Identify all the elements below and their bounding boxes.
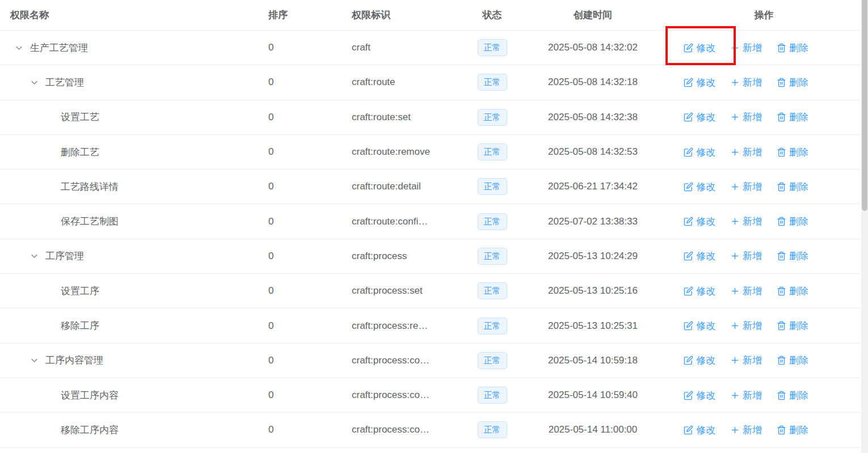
- tree-indent: [14, 395, 45, 396]
- add-button[interactable]: 新增: [730, 76, 762, 89]
- edit-button[interactable]: 修改: [684, 41, 715, 54]
- plus-icon: [730, 321, 740, 331]
- edit-button-label: 修改: [696, 354, 715, 367]
- delete-button[interactable]: 删除: [777, 111, 808, 124]
- trash-icon: [777, 217, 786, 226]
- add-button-label: 新增: [743, 249, 762, 263]
- chevron-down-icon[interactable]: [30, 78, 39, 87]
- trash-icon: [777, 43, 786, 53]
- edit-button[interactable]: 修改: [684, 180, 715, 193]
- table-row: 设置工序 0 craft:process:set 正常 2025-05-13 1…: [0, 274, 861, 308]
- vertical-scrollbar[interactable]: [861, 0, 868, 453]
- tree-indent: [14, 325, 45, 326]
- sort-value: 0: [258, 390, 340, 401]
- permission-key: craft:process:re…: [340, 320, 465, 332]
- edit-button-label: 修改: [696, 249, 715, 263]
- add-button[interactable]: 新增: [730, 111, 762, 124]
- delete-button[interactable]: 删除: [777, 76, 808, 89]
- sort-value: 0: [258, 181, 340, 192]
- add-button-label: 新增: [743, 146, 762, 159]
- column-header-create-time: 创建时间: [519, 9, 667, 22]
- delete-button[interactable]: 删除: [777, 354, 808, 367]
- add-button[interactable]: 新增: [730, 389, 762, 402]
- status-badge: 正常: [478, 39, 507, 56]
- add-button-label: 新增: [743, 319, 762, 332]
- add-button[interactable]: 新增: [730, 424, 762, 437]
- tree-indent: [14, 360, 30, 361]
- edit-button[interactable]: 修改: [684, 319, 715, 332]
- edit-button[interactable]: 修改: [684, 76, 715, 89]
- edit-button-label: 修改: [696, 180, 715, 193]
- edit-button[interactable]: 修改: [684, 146, 715, 159]
- chevron-down-icon[interactable]: [14, 43, 23, 52]
- table-row: 设置工序内容 0 craft:process:co… 正常 2025-05-14…: [0, 378, 861, 413]
- add-button-label: 新增: [743, 424, 762, 437]
- plus-icon: [730, 425, 740, 435]
- delete-button[interactable]: 删除: [777, 285, 808, 298]
- status-badge: 正常: [478, 74, 507, 91]
- edit-icon: [684, 112, 693, 122]
- plus-icon: [730, 147, 740, 157]
- permission-name: 删除工艺: [61, 146, 99, 159]
- create-time: 2025-05-14 11:00:00: [519, 424, 667, 435]
- delete-button[interactable]: 删除: [777, 249, 808, 263]
- permission-key: craft:process: [340, 251, 465, 262]
- permission-name: 设置工艺: [61, 111, 99, 124]
- delete-button[interactable]: 删除: [777, 319, 808, 332]
- status-badge: 正常: [478, 143, 507, 160]
- create-time: 2025-05-08 14:32:18: [519, 77, 667, 88]
- delete-button[interactable]: 删除: [777, 424, 808, 437]
- permissions-table: 权限名称 排序 权限标识 状态 创建时间 操作 生产工艺管理 0 craft 正…: [0, 0, 861, 448]
- edit-button[interactable]: 修改: [684, 215, 715, 228]
- add-button[interactable]: 新增: [730, 285, 762, 298]
- delete-button-label: 删除: [789, 41, 808, 54]
- table-row: 移除工序 0 craft:process:re… 正常 2025-05-13 1…: [0, 308, 861, 343]
- column-header-sort: 排序: [258, 9, 340, 22]
- delete-button-label: 删除: [789, 249, 808, 263]
- trash-icon: [777, 321, 786, 331]
- delete-button-label: 删除: [789, 146, 808, 159]
- add-button[interactable]: 新增: [730, 249, 762, 263]
- trash-icon: [777, 182, 786, 192]
- edit-icon: [684, 355, 693, 365]
- permission-name: 移除工序: [61, 319, 99, 332]
- edit-button[interactable]: 修改: [684, 424, 715, 437]
- permission-key: craft:route:set: [340, 112, 465, 123]
- status-badge: 正常: [478, 213, 507, 230]
- scrollbar-thumb[interactable]: [862, 0, 867, 211]
- permission-key: craft:route: [340, 77, 465, 88]
- edit-icon: [684, 78, 693, 87]
- chevron-down-icon[interactable]: [30, 356, 39, 365]
- add-button[interactable]: 新增: [730, 180, 762, 193]
- delete-button[interactable]: 删除: [777, 215, 808, 228]
- table-row: 工序内容管理 0 craft:process:co… 正常 2025-05-14…: [0, 344, 861, 378]
- delete-button[interactable]: 删除: [777, 389, 808, 402]
- trash-icon: [777, 355, 786, 365]
- add-button[interactable]: 新增: [730, 146, 762, 159]
- create-time: 2025-05-13 10:25:16: [519, 285, 667, 297]
- add-button-label: 新增: [743, 180, 762, 193]
- table-header-row: 权限名称 排序 权限标识 状态 创建时间 操作: [0, 0, 861, 31]
- delete-button[interactable]: 删除: [777, 180, 808, 193]
- add-button[interactable]: 新增: [730, 319, 762, 332]
- edit-button[interactable]: 修改: [684, 285, 715, 298]
- edit-button[interactable]: 修改: [684, 111, 715, 124]
- add-button[interactable]: 新增: [730, 354, 762, 367]
- permission-key: craft:process:co…: [340, 355, 465, 366]
- add-button[interactable]: 新增: [730, 41, 762, 54]
- trash-icon: [777, 112, 786, 122]
- status-badge: 正常: [478, 248, 507, 265]
- edit-button[interactable]: 修改: [684, 354, 715, 367]
- delete-button-label: 删除: [789, 319, 808, 332]
- table-row: 工艺管理 0 craft:route 正常 2025-05-08 14:32:1…: [0, 65, 861, 100]
- permission-name: 保存工艺制图: [61, 215, 119, 228]
- add-button-label: 新增: [743, 215, 762, 228]
- edit-button[interactable]: 修改: [684, 249, 715, 263]
- status-badge: 正常: [478, 352, 507, 369]
- chevron-down-icon[interactable]: [30, 252, 39, 261]
- edit-button[interactable]: 修改: [684, 389, 715, 402]
- add-button[interactable]: 新增: [730, 215, 762, 228]
- delete-button[interactable]: 删除: [777, 146, 808, 159]
- trash-icon: [777, 251, 786, 261]
- delete-button[interactable]: 删除: [777, 41, 808, 54]
